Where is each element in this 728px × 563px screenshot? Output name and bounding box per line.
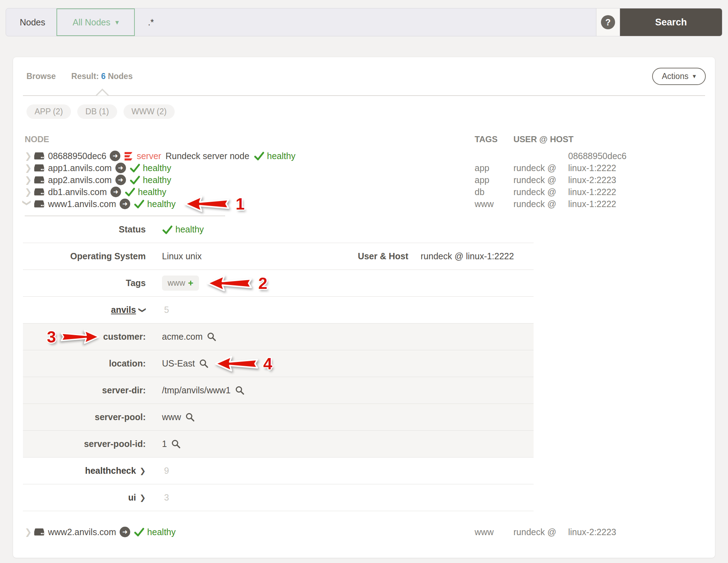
node-user: rundeck @ <box>513 187 568 197</box>
node-scope-label: All Nodes <box>73 17 110 28</box>
plus-icon: + <box>188 278 193 289</box>
node-health-link[interactable]: healthy <box>147 527 176 537</box>
chevron-right-icon[interactable]: ❯ <box>139 467 146 475</box>
group-healthcheck-count: 9 <box>164 466 169 476</box>
node-host: linux-1:2222 <box>568 199 705 209</box>
detail-row-group-healthcheck: healthcheck ❯ 9 <box>23 458 534 484</box>
attribute-value: US-East <box>162 358 195 369</box>
column-user-host: USER @ HOST <box>513 134 623 144</box>
tag-summary-row: APP (2) DB (1) WWW (2) <box>26 104 715 119</box>
node-row-app2: ❯ app2.anvils.com ➜ healthy app rundeck … <box>23 174 705 186</box>
node-health-link[interactable]: healthy <box>147 199 176 209</box>
status-label: Status <box>23 224 146 235</box>
node-user: rundeck @ <box>513 175 568 185</box>
tag-summary-db[interactable]: DB (1) <box>77 104 117 119</box>
node-user: rundeck @ <box>513 163 568 173</box>
detail-row-status: Status healthy <box>23 216 534 243</box>
hdd-icon <box>34 175 44 184</box>
tag-www-pill[interactable]: www + <box>162 276 199 291</box>
search-icon[interactable] <box>235 386 245 395</box>
chevron-right-icon[interactable]: ❯ <box>139 494 146 502</box>
node-filter-input[interactable] <box>148 17 596 28</box>
node-row-08688950dec6: ❯ 08688950dec6 ➜ server Rundeck <box>23 150 705 162</box>
search-icon[interactable] <box>185 412 195 422</box>
status-value[interactable]: healthy <box>175 224 204 235</box>
arrow-circle-right-icon[interactable]: ➜ <box>110 151 120 161</box>
group-anvils-link[interactable]: anvils <box>111 305 136 315</box>
group-ui-link[interactable]: ui <box>128 492 136 503</box>
attribute-value: acme.com <box>162 332 203 342</box>
node-tags: db <box>472 187 513 197</box>
tag-summary-app[interactable]: APP (2) <box>26 104 71 119</box>
chevron-right-icon[interactable]: ❯ <box>25 151 34 161</box>
node-tags: app <box>472 175 513 185</box>
node-name-link[interactable]: www1.anvils.com <box>48 199 116 209</box>
attribute-value: /tmp/anvils/www1 <box>162 385 231 395</box>
filter-help-button[interactable]: ? <box>596 8 620 36</box>
group-healthcheck-link[interactable]: healthcheck <box>85 466 136 476</box>
node-health-link[interactable]: healthy <box>143 163 172 173</box>
node-host: linux-2:2223 <box>568 527 705 537</box>
user-host-label: User & Host <box>301 251 408 261</box>
search-icon[interactable] <box>199 359 209 369</box>
actions-button[interactable]: Actions ▾ <box>652 68 706 85</box>
hdd-icon <box>34 163 44 172</box>
search-icon[interactable] <box>207 332 217 342</box>
node-tags: app <box>472 163 513 173</box>
user-host-value: rundeck @ linux-1:2222 <box>421 251 514 261</box>
actions-label: Actions <box>662 72 688 81</box>
chevron-right-icon[interactable]: ❯ <box>25 163 34 173</box>
node-filter-bar: Nodes All Nodes ▾ ? Search <box>6 8 722 36</box>
node-host: linux-1:2222 <box>568 163 705 173</box>
annotation-arrow-1: 1 <box>182 194 245 213</box>
arrow-circle-right-icon[interactable]: ➜ <box>115 175 126 185</box>
annotation-arrow-2: 2 <box>205 274 267 293</box>
node-host: linux-1:2222 <box>568 187 705 197</box>
detail-row-location: location: US-East 4 <box>23 350 534 377</box>
node-filter-field <box>135 8 596 36</box>
node-name-link[interactable]: app1.anvils.com <box>48 163 112 173</box>
node-health-link[interactable]: healthy <box>267 151 296 161</box>
arrow-circle-right-icon[interactable]: ➜ <box>120 199 130 209</box>
os-label: Operating System <box>23 251 146 261</box>
detail-row-customer: 3 customer: acme.com <box>23 323 534 350</box>
node-scope-dropdown[interactable]: All Nodes ▾ <box>56 8 135 36</box>
node-name-link[interactable]: www2.anvils.com <box>48 527 116 537</box>
node-name-link[interactable]: 08688950dec6 <box>48 151 106 161</box>
node-tags: www <box>472 199 513 209</box>
attribute-label: server-pool-id: <box>23 439 146 449</box>
search-icon[interactable] <box>171 439 181 449</box>
chevron-right-icon[interactable]: ❯ <box>25 175 34 185</box>
search-button[interactable]: Search <box>620 8 722 36</box>
node-name-link[interactable]: app2.anvils.com <box>48 175 112 185</box>
arrow-circle-right-icon[interactable]: ➜ <box>120 527 130 537</box>
arrow-circle-right-icon[interactable]: ➜ <box>115 163 126 173</box>
chevron-right-icon[interactable]: ❯ <box>25 527 34 537</box>
chevron-down-icon[interactable]: ❯ <box>22 199 32 208</box>
tag-summary-www[interactable]: WWW (2) <box>124 104 175 119</box>
page-title: Nodes <box>6 8 56 36</box>
tag-www-label: www <box>168 278 185 288</box>
result-prefix: Result: <box>71 72 99 81</box>
detail-row-server-dir: server-dir: /tmp/anvils/www1 <box>23 377 534 404</box>
result-suffix: Nodes <box>108 72 133 81</box>
annotation-number-4: 4 <box>263 354 272 373</box>
nodes-panel: Browse Result: 6 Nodes Actions ▾ APP (2)… <box>13 57 715 558</box>
column-node: NODE <box>23 134 472 144</box>
node-tags: www <box>472 527 513 537</box>
attribute-label: server-dir: <box>23 385 146 395</box>
detail-row-server-pool-id: server-pool-id: 1 <box>23 431 534 458</box>
chevron-down-icon[interactable]: ❯ <box>138 307 147 313</box>
hdd-icon <box>34 527 44 537</box>
check-icon <box>134 199 144 209</box>
tab-browse[interactable]: Browse <box>26 72 56 81</box>
attribute-label: location: <box>23 358 146 369</box>
node-row-app1: ❯ app1.anvils.com ➜ healthy app rundeck … <box>23 162 705 174</box>
tab-result[interactable]: Result: 6 Nodes <box>71 72 133 81</box>
detail-row-server-pool: server-pool: www <box>23 404 534 431</box>
check-icon <box>162 224 173 235</box>
attribute-value: www <box>162 412 181 422</box>
node-detail: Status healthy Operating System Linux un… <box>23 216 534 511</box>
node-host: 08688950dec6 <box>568 151 705 161</box>
node-health-link[interactable]: healthy <box>143 175 172 185</box>
